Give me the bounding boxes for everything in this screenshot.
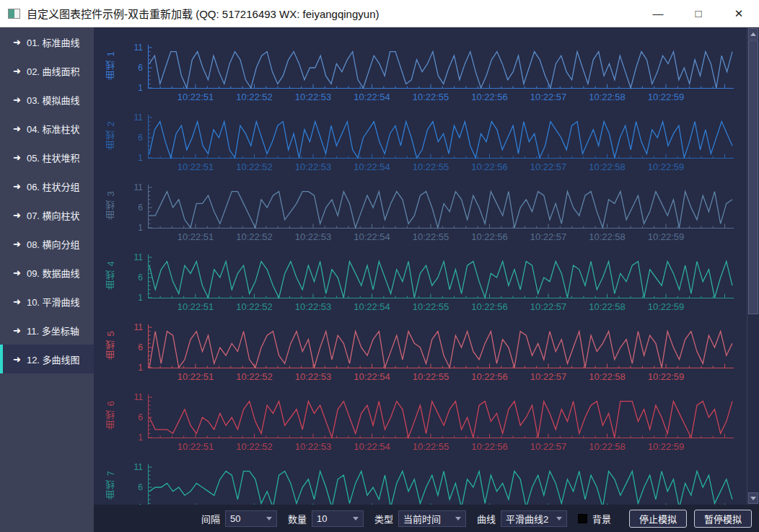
app-icon: [8, 9, 20, 19]
sidebar-item-label: 04. 标准柱状: [27, 122, 80, 136]
arrow-icon: ➜: [13, 94, 21, 105]
minimize-button[interactable]: —: [638, 0, 678, 27]
x-axis-tick-label: 10:22:56: [471, 92, 508, 102]
arrow-icon: ➜: [13, 325, 21, 336]
y-axis-tick-label: 11: [123, 392, 143, 402]
line-chart: [148, 113, 734, 161]
curve-name-label: 曲线 3: [104, 183, 118, 228]
sidebar-item-1[interactable]: ➜01. 标准曲线: [0, 27, 94, 56]
sidebar-item-label: 10. 平滑曲线: [27, 295, 80, 309]
x-axis-tick-label: 10:22:57: [530, 441, 567, 452]
x-axis-tick-label: 10:22:56: [471, 231, 508, 242]
sidebar-item-12[interactable]: ➜12. 多曲线图: [0, 345, 94, 373]
count-select[interactable]: 10: [312, 510, 364, 527]
line-chart: [148, 393, 734, 440]
sidebar-item-11[interactable]: ➜11. 多坐标轴: [0, 316, 94, 345]
x-axis-tick-label: 10:22:59: [648, 301, 685, 312]
curve-name-label: 曲线 4: [104, 253, 118, 298]
x-axis-tick-label: 10:22:59: [648, 371, 685, 382]
data-line: [149, 262, 732, 298]
stop-simulation-button[interactable]: 停止模拟: [629, 510, 687, 528]
chevron-down-icon: [266, 517, 272, 520]
maximize-button[interactable]: □: [678, 0, 719, 27]
sidebar-item-8[interactable]: ➜08. 横向分组: [0, 229, 94, 258]
y-axis-tick-label: 1: [123, 293, 143, 303]
x-axis-tick-label: 10:22:55: [413, 92, 449, 102]
curve-name-label: 曲线 6: [104, 393, 118, 438]
data-line: [149, 332, 732, 368]
data-line: [149, 122, 732, 158]
x-axis-tick-label: 10:22:52: [236, 231, 273, 242]
chart-axes: [148, 254, 734, 298]
bottom-controls-bar: 间隔 50 数量 10 类型 当前时间 曲线 平滑曲线2 背景 停止模拟: [94, 505, 759, 532]
x-axis-tick-label: 10:22:57: [530, 301, 567, 312]
x-axis-tick-label: 10:22:55: [413, 301, 449, 312]
scrollbar-up-button[interactable]: [748, 28, 758, 40]
x-axis-tick-label: 10:22:53: [295, 92, 332, 102]
background-checkbox[interactable]: [578, 514, 587, 523]
x-axis-tick-label: 10:22:55: [413, 161, 449, 172]
x-axis-tick-label: 10:22:58: [589, 161, 626, 172]
x-axis-tick-label: 10:22:56: [471, 441, 508, 452]
y-axis-tick-label: 6: [123, 133, 143, 143]
x-axis-tick-label: 10:22:58: [589, 92, 626, 102]
x-axis-labels: 10:22:5110:22:5210:22:5310:22:5410:22:55…: [148, 441, 734, 453]
close-button[interactable]: ✕: [719, 0, 759, 27]
data-line: [149, 471, 732, 505]
x-axis-tick-label: 10:22:57: [530, 231, 567, 242]
x-axis-tick-label: 10:22:51: [177, 92, 214, 102]
y-axis-tick-label: 11: [123, 252, 143, 262]
count-label: 数量: [288, 512, 307, 526]
arrow-icon: ➜: [13, 296, 21, 307]
line-chart: [148, 253, 734, 301]
x-axis-tick-label: 10:22:56: [471, 301, 508, 312]
sidebar-item-10[interactable]: ➜10. 平滑曲线: [0, 287, 94, 316]
y-axis-tick-label: 6: [123, 482, 143, 492]
interval-select[interactable]: 50: [225, 510, 277, 527]
pause-simulation-button[interactable]: 暂停模拟: [694, 510, 752, 528]
sidebar-item-2[interactable]: ➜02. 曲线面积: [0, 56, 94, 85]
curve-name-label: 曲线 5: [104, 323, 118, 368]
type-select[interactable]: 当前时间: [398, 510, 466, 527]
sidebar-item-label: 05. 柱状堆积: [27, 151, 80, 164]
window-title: 自定义图表控件示例-双击重新加载 (QQ: 517216493 WX: feiy…: [27, 6, 379, 21]
scrollbar-down-button[interactable]: [748, 492, 758, 504]
x-axis-tick-label: 10:22:52: [236, 301, 273, 312]
y-axis-tick-label: 11: [123, 112, 143, 123]
y-axis-tick-label: 11: [123, 322, 143, 332]
sidebar-item-5[interactable]: ➜05. 柱状堆积: [0, 143, 94, 172]
curve-label: 曲线: [477, 512, 496, 526]
x-axis-tick-label: 10:22:57: [530, 92, 567, 102]
x-axis-tick-label: 10:22:58: [589, 231, 626, 242]
x-axis-tick-label: 10:22:54: [354, 161, 390, 172]
scrollbar-thumb[interactable]: [748, 40, 758, 314]
arrow-icon: ➜: [13, 37, 21, 48]
x-axis-tick-label: 10:22:52: [236, 441, 273, 452]
curve-name-label: 曲线 7: [104, 463, 118, 505]
x-axis-tick-label: 10:22:54: [354, 92, 390, 102]
x-axis-tick-label: 10:22:54: [354, 441, 390, 452]
line-chart: [148, 463, 734, 505]
x-axis-labels: 10:22:5110:22:5210:22:5310:22:5410:22:55…: [148, 301, 734, 314]
sidebar-item-7[interactable]: ➜07. 横向柱状: [0, 200, 94, 229]
sidebar-item-6[interactable]: ➜06. 柱状分组: [0, 172, 94, 200]
chart-axes: [148, 45, 734, 89]
arrow-icon: ➜: [13, 239, 21, 249]
y-axis-tick-label: 1: [123, 363, 143, 373]
interval-label: 间隔: [201, 512, 220, 526]
x-axis-tick-label: 10:22:54: [354, 301, 390, 312]
sidebar-item-4[interactable]: ➜04. 标准柱状: [0, 114, 94, 143]
sidebar-item-label: 06. 柱状分组: [27, 179, 80, 193]
x-axis-tick-label: 10:22:51: [177, 371, 214, 382]
vertical-scrollbar[interactable]: [747, 27, 759, 505]
x-axis-tick-label: 10:22:53: [295, 231, 332, 242]
sidebar-item-3[interactable]: ➜03. 模拟曲线: [0, 85, 94, 114]
curve-select[interactable]: 平滑曲线2: [501, 510, 567, 527]
arrow-icon: ➜: [13, 66, 21, 76]
charts-area: 曲线 1116110:22:5110:22:5210:22:5310:22:54…: [94, 27, 747, 505]
sidebar-item-9[interactable]: ➜09. 数据曲线: [0, 258, 94, 287]
y-axis-tick-label: 11: [123, 462, 143, 472]
background-label: 背景: [592, 512, 611, 526]
curve-name-label: 曲线 2: [104, 113, 118, 158]
chevron-down-icon: [353, 517, 359, 520]
